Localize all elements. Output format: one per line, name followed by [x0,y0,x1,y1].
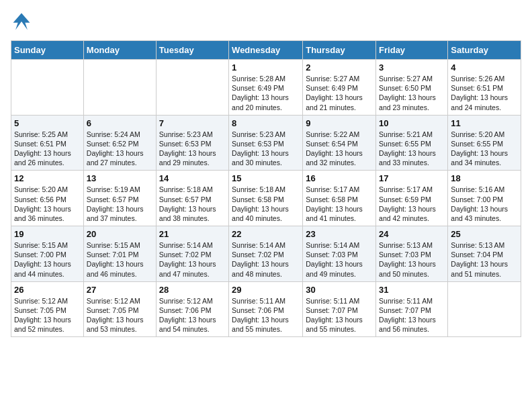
day-info: Sunrise: 5:13 AM Sunset: 7:03 PM Dayligh… [379,240,445,279]
calendar-cell: 29Sunrise: 5:11 AM Sunset: 7:06 PM Dayli… [229,281,303,337]
day-number: 10 [379,118,445,128]
calendar-cell: 11Sunrise: 5:20 AM Sunset: 6:55 PM Dayli… [448,115,521,171]
calendar-cell: 26Sunrise: 5:12 AM Sunset: 7:05 PM Dayli… [11,281,84,337]
day-info: Sunrise: 5:21 AM Sunset: 6:55 PM Dayligh… [379,130,445,168]
day-number: 15 [232,173,300,183]
calendar-cell: 30Sunrise: 5:11 AM Sunset: 7:07 PM Dayli… [303,281,376,337]
weekday-friday: Friday [376,41,448,60]
day-info: Sunrise: 5:19 AM Sunset: 6:57 PM Dayligh… [87,185,153,223]
calendar-cell: 24Sunrise: 5:13 AM Sunset: 7:03 PM Dayli… [376,226,448,282]
week-row-2: 5Sunrise: 5:25 AM Sunset: 6:51 PM Daylig… [11,115,521,171]
day-number: 23 [306,229,373,239]
day-info: Sunrise: 5:20 AM Sunset: 6:55 PM Dayligh… [451,130,518,168]
day-number: 1 [232,62,300,73]
calendar-cell: 23Sunrise: 5:14 AM Sunset: 7:03 PM Dayli… [303,226,376,282]
week-row-3: 12Sunrise: 5:20 AM Sunset: 6:56 PM Dayli… [11,171,521,226]
day-info: Sunrise: 5:17 AM Sunset: 6:58 PM Dayligh… [306,185,373,223]
calendar-cell: 21Sunrise: 5:14 AM Sunset: 7:02 PM Dayli… [156,226,228,282]
day-info: Sunrise: 5:14 AM Sunset: 7:02 PM Dayligh… [159,240,226,279]
calendar-cell: 17Sunrise: 5:17 AM Sunset: 6:59 PM Dayli… [376,171,448,226]
day-number: 17 [379,173,445,183]
day-number: 30 [306,285,373,295]
day-number: 29 [232,285,300,295]
day-number: 25 [451,229,518,239]
day-number: 11 [451,118,518,128]
calendar-cell: 10Sunrise: 5:21 AM Sunset: 6:55 PM Dayli… [376,115,448,171]
day-number: 28 [159,285,226,295]
calendar-cell: 28Sunrise: 5:12 AM Sunset: 7:06 PM Dayli… [156,281,228,337]
calendar-cell [448,281,521,337]
day-number: 13 [87,173,153,183]
calendar-cell [83,60,156,116]
day-info: Sunrise: 5:18 AM Sunset: 6:57 PM Dayligh… [159,185,226,223]
day-info: Sunrise: 5:11 AM Sunset: 7:06 PM Dayligh… [232,296,300,334]
day-info: Sunrise: 5:27 AM Sunset: 6:50 PM Dayligh… [379,74,445,112]
day-info: Sunrise: 5:23 AM Sunset: 6:53 PM Dayligh… [159,130,226,168]
day-info: Sunrise: 5:14 AM Sunset: 7:03 PM Dayligh… [306,240,373,279]
day-info: Sunrise: 5:18 AM Sunset: 6:58 PM Dayligh… [232,185,300,223]
day-number: 20 [87,229,153,239]
day-number: 21 [159,229,226,239]
svg-marker-0 [13,13,30,30]
calendar-cell: 7Sunrise: 5:23 AM Sunset: 6:53 PM Daylig… [156,115,228,171]
calendar-cell [11,60,84,116]
calendar-cell: 2Sunrise: 5:27 AM Sunset: 6:49 PM Daylig… [303,60,376,116]
day-info: Sunrise: 5:27 AM Sunset: 6:49 PM Dayligh… [306,74,373,112]
calendar-cell: 8Sunrise: 5:23 AM Sunset: 6:53 PM Daylig… [229,115,303,171]
day-number: 19 [14,229,81,239]
day-number: 27 [87,285,153,295]
day-info: Sunrise: 5:11 AM Sunset: 7:07 PM Dayligh… [306,296,373,334]
day-info: Sunrise: 5:20 AM Sunset: 6:56 PM Dayligh… [14,185,81,223]
day-info: Sunrise: 5:13 AM Sunset: 7:04 PM Dayligh… [451,240,518,279]
calendar-cell [156,60,228,116]
day-number: 16 [306,173,373,183]
day-info: Sunrise: 5:11 AM Sunset: 7:07 PM Dayligh… [379,296,445,334]
calendar-cell: 3Sunrise: 5:27 AM Sunset: 6:50 PM Daylig… [376,60,448,116]
day-number: 4 [451,62,518,73]
day-number: 5 [14,118,81,128]
calendar-cell: 25Sunrise: 5:13 AM Sunset: 7:04 PM Dayli… [448,226,521,282]
weekday-wednesday: Wednesday [229,41,303,60]
calendar-cell: 14Sunrise: 5:18 AM Sunset: 6:57 PM Dayli… [156,171,228,226]
week-row-5: 26Sunrise: 5:12 AM Sunset: 7:05 PM Dayli… [11,281,521,337]
day-number: 14 [159,173,226,183]
day-info: Sunrise: 5:12 AM Sunset: 7:05 PM Dayligh… [14,296,81,334]
weekday-thursday: Thursday [303,41,376,60]
page-header [11,11,521,32]
weekday-saturday: Saturday [448,41,521,60]
day-info: Sunrise: 5:12 AM Sunset: 7:05 PM Dayligh… [87,296,153,334]
day-info: Sunrise: 5:17 AM Sunset: 6:59 PM Dayligh… [379,185,445,223]
weekday-sunday: Sunday [11,41,84,60]
day-info: Sunrise: 5:24 AM Sunset: 6:52 PM Dayligh… [87,130,153,168]
weekday-tuesday: Tuesday [156,41,228,60]
weekday-monday: Monday [83,41,156,60]
week-row-4: 19Sunrise: 5:15 AM Sunset: 7:00 PM Dayli… [11,226,521,282]
day-info: Sunrise: 5:25 AM Sunset: 6:51 PM Dayligh… [14,130,81,168]
calendar-cell: 27Sunrise: 5:12 AM Sunset: 7:05 PM Dayli… [83,281,156,337]
day-number: 22 [232,229,300,239]
day-number: 3 [379,62,445,73]
day-info: Sunrise: 5:15 AM Sunset: 7:00 PM Dayligh… [14,240,81,279]
calendar-cell: 16Sunrise: 5:17 AM Sunset: 6:58 PM Dayli… [303,171,376,226]
day-info: Sunrise: 5:26 AM Sunset: 6:51 PM Dayligh… [451,74,518,112]
day-number: 7 [159,118,226,128]
day-number: 26 [14,285,81,295]
day-info: Sunrise: 5:16 AM Sunset: 7:00 PM Dayligh… [451,185,518,223]
weekday-header-row: SundayMondayTuesdayWednesdayThursdayFrid… [11,41,521,60]
calendar-cell: 19Sunrise: 5:15 AM Sunset: 7:00 PM Dayli… [11,226,84,282]
day-info: Sunrise: 5:12 AM Sunset: 7:06 PM Dayligh… [159,296,226,334]
logo [11,11,35,32]
day-number: 18 [451,173,518,183]
calendar-cell: 20Sunrise: 5:15 AM Sunset: 7:01 PM Dayli… [83,226,156,282]
day-number: 8 [232,118,300,128]
day-info: Sunrise: 5:28 AM Sunset: 6:49 PM Dayligh… [232,74,300,112]
calendar-cell: 4Sunrise: 5:26 AM Sunset: 6:51 PM Daylig… [448,60,521,116]
calendar-cell: 13Sunrise: 5:19 AM Sunset: 6:57 PM Dayli… [83,171,156,226]
calendar-cell: 12Sunrise: 5:20 AM Sunset: 6:56 PM Dayli… [11,171,84,226]
day-number: 6 [87,118,153,128]
week-row-1: 1Sunrise: 5:28 AM Sunset: 6:49 PM Daylig… [11,60,521,116]
day-number: 9 [306,118,373,128]
calendar-cell: 1Sunrise: 5:28 AM Sunset: 6:49 PM Daylig… [229,60,303,116]
day-info: Sunrise: 5:15 AM Sunset: 7:01 PM Dayligh… [87,240,153,279]
calendar-body: 1Sunrise: 5:28 AM Sunset: 6:49 PM Daylig… [11,60,521,337]
